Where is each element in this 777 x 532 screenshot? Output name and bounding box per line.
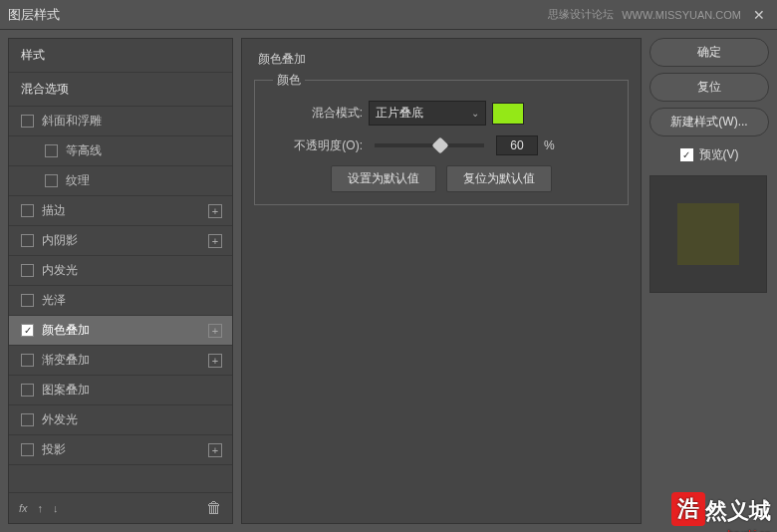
style-item-inner-glow[interactable]: 内发光 bbox=[9, 256, 232, 286]
default-buttons-row: 设置为默认值 复位为默认值 bbox=[273, 165, 610, 192]
dialog-title: 图层样式 bbox=[8, 6, 60, 24]
style-item-color-overlay[interactable]: 颜色叠加 + bbox=[9, 316, 232, 346]
checkbox-icon[interactable] bbox=[21, 204, 34, 217]
add-icon[interactable]: + bbox=[208, 204, 222, 218]
style-label: 颜色叠加 bbox=[42, 322, 220, 339]
checkbox-icon[interactable] bbox=[45, 144, 58, 157]
main-layout: 样式 混合选项 斜面和浮雕 等高线 纹理 描边 + 内阴 bbox=[0, 30, 777, 532]
style-item-contour[interactable]: 等高线 bbox=[9, 136, 232, 166]
close-icon[interactable]: ✕ bbox=[749, 7, 769, 23]
sub-group-title: 颜色 bbox=[273, 72, 305, 89]
add-icon[interactable]: + bbox=[208, 354, 222, 368]
checkbox-icon[interactable] bbox=[21, 384, 34, 397]
checkbox-icon[interactable] bbox=[21, 443, 34, 456]
color-overlay-group: 颜色叠加 颜色 混合模式: 正片叠底 ⌄ 不透明度(O): bbox=[254, 51, 629, 205]
cancel-button[interactable]: 复位 bbox=[649, 73, 769, 102]
checkbox-icon[interactable] bbox=[21, 234, 34, 247]
style-item-drop-shadow[interactable]: 投影 + bbox=[9, 435, 232, 465]
preview-box bbox=[649, 175, 767, 293]
style-item-pattern-overlay[interactable]: 图案叠加 bbox=[9, 376, 232, 405]
blend-mode-select[interactable]: 正片叠底 ⌄ bbox=[369, 101, 486, 126]
fx-label[interactable]: fx bbox=[19, 502, 28, 514]
style-item-texture[interactable]: 纹理 bbox=[9, 166, 232, 196]
reset-default-button[interactable]: 复位为默认值 bbox=[446, 165, 552, 192]
arrow-up-icon[interactable]: ↑ bbox=[38, 502, 44, 514]
watermark-text: 然义城 hryckj.cn bbox=[705, 496, 771, 526]
set-default-button[interactable]: 设置为默认值 bbox=[331, 165, 436, 192]
style-label: 渐变叠加 bbox=[42, 352, 220, 369]
fx-controls: fx ↑ ↓ bbox=[19, 502, 59, 514]
watermark-badge: 浩 bbox=[671, 492, 705, 526]
preview-toggle[interactable]: 预览(V) bbox=[649, 146, 769, 163]
color-swatch[interactable] bbox=[492, 103, 524, 125]
opacity-slider[interactable] bbox=[375, 143, 484, 147]
chevron-down-icon: ⌄ bbox=[471, 108, 479, 119]
checkbox-icon[interactable] bbox=[680, 148, 693, 161]
checkbox-icon[interactable] bbox=[45, 174, 58, 187]
style-item-outer-glow[interactable]: 外发光 bbox=[9, 405, 232, 435]
style-label: 斜面和浮雕 bbox=[42, 113, 220, 130]
arrow-down-icon[interactable]: ↓ bbox=[53, 502, 59, 514]
preview-swatch bbox=[677, 203, 739, 265]
checkbox-icon[interactable] bbox=[21, 294, 34, 307]
slider-thumb-icon[interactable] bbox=[432, 137, 449, 154]
style-label: 纹理 bbox=[66, 172, 220, 189]
add-icon[interactable]: + bbox=[208, 234, 222, 248]
forum-url: WWW.MISSYUAN.COM bbox=[622, 9, 741, 21]
opacity-unit: % bbox=[544, 138, 555, 152]
checkbox-icon[interactable] bbox=[21, 413, 34, 426]
style-label: 光泽 bbox=[42, 292, 220, 309]
style-label: 内发光 bbox=[42, 262, 220, 279]
style-item-inner-shadow[interactable]: 内阴影 + bbox=[9, 226, 232, 256]
blend-mode-row: 混合模式: 正片叠底 ⌄ bbox=[273, 101, 610, 126]
forum-name: 思缘设计论坛 bbox=[548, 7, 614, 22]
style-label: 描边 bbox=[42, 202, 220, 219]
opacity-input[interactable] bbox=[496, 135, 538, 155]
style-item-satin[interactable]: 光泽 bbox=[9, 286, 232, 316]
group-title: 颜色叠加 bbox=[254, 51, 310, 68]
styles-list: 斜面和浮雕 等高线 纹理 描边 + 内阴影 + 内发光 bbox=[9, 107, 232, 492]
style-label: 外发光 bbox=[42, 411, 220, 428]
style-label: 投影 bbox=[42, 441, 220, 458]
preview-label: 预览(V) bbox=[699, 146, 739, 163]
styles-panel: 样式 混合选项 斜面和浮雕 等高线 纹理 描边 + 内阴 bbox=[8, 38, 233, 524]
style-item-gradient-overlay[interactable]: 渐变叠加 + bbox=[9, 346, 232, 376]
blend-mode-value: 正片叠底 bbox=[376, 105, 423, 122]
checkbox-icon[interactable] bbox=[21, 354, 34, 367]
blend-mode-label: 混合模式: bbox=[273, 105, 363, 122]
opacity-row: 不透明度(O): % bbox=[273, 135, 610, 155]
style-item-bevel[interactable]: 斜面和浮雕 bbox=[9, 107, 232, 136]
watermark: 浩 然义城 hryckj.cn bbox=[671, 492, 771, 526]
styles-header: 样式 bbox=[9, 39, 232, 73]
style-label: 等高线 bbox=[66, 142, 220, 159]
add-icon[interactable]: + bbox=[208, 324, 222, 338]
add-icon[interactable]: + bbox=[208, 443, 222, 457]
style-label: 内阴影 bbox=[42, 232, 220, 249]
title-right: 思缘设计论坛 WWW.MISSYUAN.COM ✕ bbox=[548, 7, 769, 23]
title-bar: 图层样式 思缘设计论坛 WWW.MISSYUAN.COM ✕ bbox=[0, 0, 777, 30]
style-item-stroke[interactable]: 描边 + bbox=[9, 196, 232, 226]
style-label: 图案叠加 bbox=[42, 382, 220, 399]
color-group: 颜色 混合模式: 正片叠底 ⌄ 不透明度(O): bbox=[254, 72, 629, 205]
watermark-url: hryckj.cn bbox=[728, 528, 771, 532]
settings-panel: 颜色叠加 颜色 混合模式: 正片叠底 ⌄ 不透明度(O): bbox=[241, 38, 642, 524]
trash-icon[interactable]: 🗑 bbox=[206, 499, 222, 517]
checkbox-icon[interactable] bbox=[21, 115, 34, 128]
blend-options[interactable]: 混合选项 bbox=[9, 73, 232, 107]
checkbox-icon[interactable] bbox=[21, 264, 34, 277]
right-panel: 确定 复位 新建样式(W)... 预览(V) bbox=[649, 38, 769, 524]
checkbox-icon[interactable] bbox=[21, 324, 34, 337]
styles-footer: fx ↑ ↓ 🗑 bbox=[9, 492, 232, 523]
opacity-label: 不透明度(O): bbox=[273, 137, 363, 154]
new-style-button[interactable]: 新建样式(W)... bbox=[649, 108, 769, 136]
ok-button[interactable]: 确定 bbox=[649, 38, 769, 67]
